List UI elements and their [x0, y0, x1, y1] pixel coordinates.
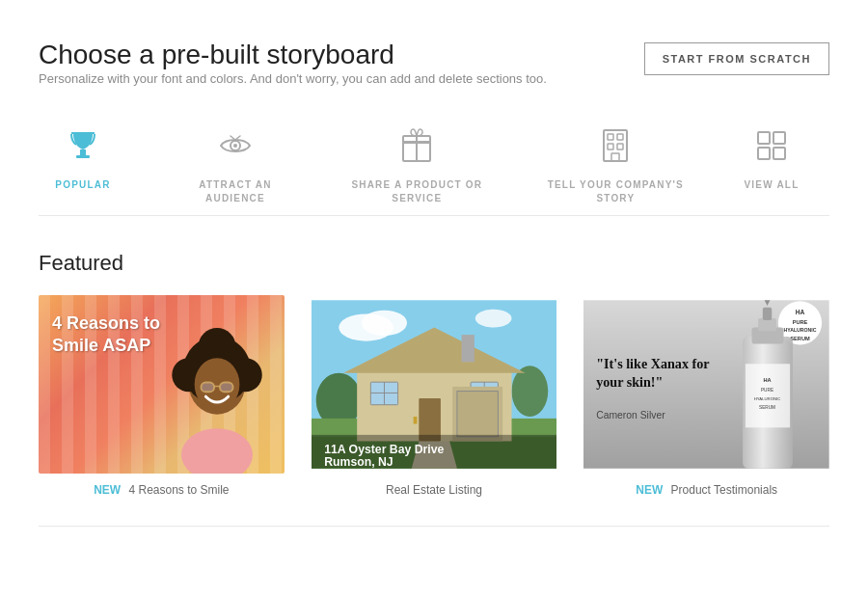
- building-icon: [592, 122, 638, 169]
- page-title: Choose a pre-built storyboard: [39, 39, 547, 71]
- company-label: TELL YOUR COMPANY'S STORY: [545, 178, 687, 205]
- svg-rect-47: [461, 335, 474, 362]
- svg-rect-11: [611, 153, 619, 161]
- new-badge-1: NEW: [94, 483, 121, 497]
- card-3[interactable]: HA PURE HYALURONIC SERUM "It's like Xana…: [583, 295, 829, 497]
- viewall-label: VIEW ALL: [744, 178, 799, 192]
- svg-point-28: [362, 310, 407, 335]
- card-1-image: 4 Reasons toSmile ASAP: [39, 295, 285, 474]
- card-1-caption: NEW 4 Reasons to Smile: [94, 483, 229, 497]
- fourboxes-icon: [748, 122, 795, 169]
- card-2[interactable]: 11A Oyster Bay Drive Rumson, NJ Real Est…: [312, 295, 557, 497]
- svg-rect-43: [419, 398, 441, 441]
- svg-rect-13: [773, 132, 785, 144]
- featured-title: Featured: [39, 251, 829, 276]
- svg-rect-46: [457, 391, 498, 436]
- page-container: Choose a pre-built storyboard Personaliz…: [0, 0, 868, 565]
- svg-rect-12: [758, 132, 770, 144]
- svg-text:HYALURONIC: HYALURONIC: [754, 396, 780, 401]
- svg-text:SERUM: SERUM: [759, 405, 775, 410]
- subtitle: Personalize with your font and colors. A…: [39, 71, 547, 86]
- svg-rect-10: [617, 144, 623, 149]
- categories-row: POPULAR ATTRACT AN AUDIENCE: [39, 122, 829, 216]
- share-label: SHARE A PRODUCT OR SERVICE: [343, 178, 491, 205]
- trophy-icon: [60, 122, 106, 169]
- svg-rect-14: [758, 148, 770, 159]
- svg-text:SERUM: SERUM: [791, 335, 811, 340]
- svg-point-3: [233, 144, 237, 148]
- card-2-caption: Real Estate Listing: [386, 483, 482, 497]
- svg-text:"It's like Xanax for: "It's like Xanax for: [597, 356, 710, 371]
- svg-text:your skin!": your skin!": [597, 373, 664, 389]
- card-3-image: HA PURE HYALURONIC SERUM "It's like Xana…: [583, 295, 829, 474]
- svg-text:PURE: PURE: [793, 318, 808, 324]
- category-attract[interactable]: ATTRACT AN AUDIENCE: [154, 122, 316, 205]
- popular-label: POPULAR: [55, 178, 110, 192]
- card-2-image: 11A Oyster Bay Drive Rumson, NJ: [312, 295, 557, 474]
- gift-icon: [393, 122, 440, 169]
- svg-text:HYALURONIC: HYALURONIC: [784, 327, 817, 333]
- svg-point-29: [475, 309, 511, 327]
- svg-rect-68: [763, 307, 772, 319]
- svg-rect-1: [76, 155, 90, 158]
- svg-rect-15: [773, 148, 785, 159]
- svg-rect-23: [201, 382, 214, 392]
- svg-rect-8: [617, 134, 623, 140]
- cards-row: 4 Reasons toSmile ASAP NEW 4 Reasons to …: [39, 295, 829, 497]
- svg-rect-24: [220, 382, 233, 392]
- svg-text:HA: HA: [796, 309, 805, 315]
- svg-rect-0: [80, 149, 86, 155]
- svg-text:Rumson, NJ: Rumson, NJ: [324, 455, 393, 469]
- header-text-group: Choose a pre-built storyboard Personaliz…: [39, 39, 547, 115]
- svg-text:PURE: PURE: [761, 387, 773, 392]
- category-viewall[interactable]: VIEW ALL: [714, 122, 829, 192]
- category-share[interactable]: SHARE A PRODUCT OR SERVICE: [316, 122, 518, 205]
- bottom-divider: [39, 526, 829, 527]
- attract-label: ATTRACT AN AUDIENCE: [181, 178, 289, 205]
- svg-text:HA: HA: [764, 377, 772, 383]
- svg-point-31: [511, 366, 548, 417]
- svg-point-16: [181, 428, 253, 474]
- card-1[interactable]: 4 Reasons toSmile ASAP NEW 4 Reasons to …: [39, 295, 285, 497]
- svg-rect-9: [608, 144, 613, 149]
- svg-text:Cameron Silver: Cameron Silver: [597, 409, 666, 420]
- featured-section: Featured: [39, 251, 829, 497]
- card-1-text: 4 Reasons toSmile ASAP: [52, 312, 161, 358]
- header-row: Choose a pre-built storyboard Personaliz…: [39, 39, 829, 115]
- start-from-scratch-button[interactable]: START FROM SCRATCH: [644, 42, 829, 75]
- svg-rect-62: [758, 318, 776, 331]
- category-popular[interactable]: POPULAR: [39, 122, 154, 192]
- svg-rect-7: [608, 134, 613, 140]
- new-badge-3: NEW: [636, 483, 663, 497]
- eye-icon: [212, 122, 258, 169]
- category-company[interactable]: TELL YOUR COMPANY'S STORY: [518, 122, 714, 205]
- card-3-caption: NEW Product Testimonials: [636, 483, 777, 497]
- svg-rect-44: [413, 417, 417, 424]
- svg-text:11A Oyster Bay Drive: 11A Oyster Bay Drive: [324, 442, 444, 455]
